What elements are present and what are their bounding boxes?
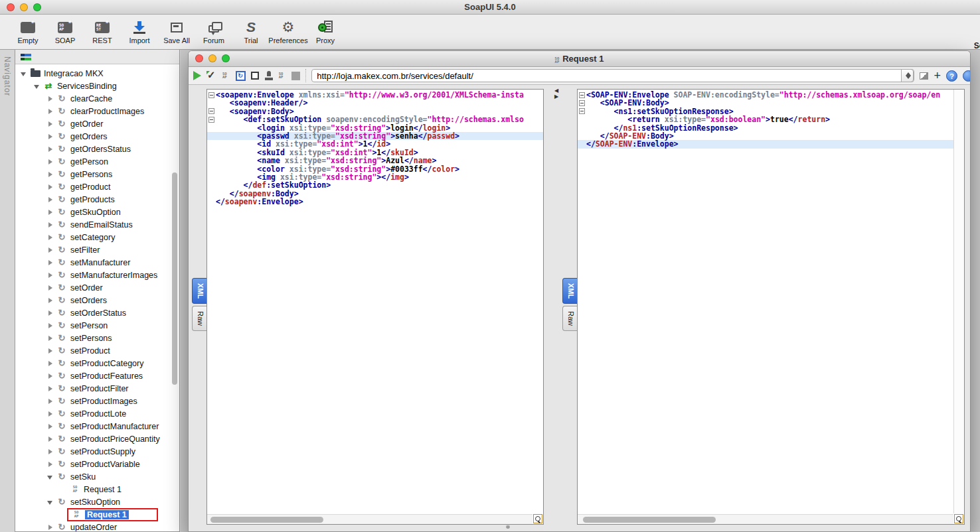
expand-arrow-icon[interactable]	[47, 448, 54, 455]
expand-arrow-icon[interactable]	[47, 159, 54, 165]
toolbar-item-soap[interactable]: SOAPSOAP	[46, 19, 84, 44]
soap-raw-button[interactable]: SOAP	[279, 72, 284, 80]
placeholder-button[interactable]	[291, 72, 300, 80]
response-xml-editor[interactable]: <SOAP-ENV:Envelope SOAP-ENV:encodingStyl…	[577, 89, 965, 525]
add-to-testcase-button[interactable]	[206, 71, 217, 80]
expand-arrow-icon[interactable]	[47, 373, 54, 379]
expand-arrow-icon[interactable]	[47, 108, 54, 115]
expand-arrow-icon[interactable]	[47, 297, 54, 304]
tree-item-setproduct[interactable]: ↻setProduct	[15, 344, 179, 357]
tree-item-updateorder[interactable]: ↻updateOrder	[15, 521, 179, 531]
toolbar-item-save-all[interactable]: Save All	[158, 19, 195, 44]
expand-arrow-icon[interactable]	[47, 310, 54, 316]
soap-document-button[interactable]: SOAP	[222, 72, 227, 80]
expand-arrow-icon[interactable]	[47, 360, 54, 367]
tree-item-setmanufacturer[interactable]: ↻setManufacturer	[15, 256, 179, 269]
fold-gutter[interactable]	[578, 108, 586, 114]
tree-item-setpersons[interactable]: ↻setPersons	[15, 332, 179, 344]
expand-arrow-icon[interactable]	[47, 322, 54, 329]
tree-item-setfilter[interactable]: ↻setFilter	[15, 243, 179, 256]
tree-item-getproducts[interactable]: ↻getProducts	[15, 193, 179, 206]
ws-stamp-button[interactable]	[264, 71, 274, 80]
tree-item-clearproductimages[interactable]: ↻clearProductImages	[15, 105, 179, 117]
toolbar-item-forum[interactable]: Forum	[195, 19, 232, 44]
tree-item-request-1[interactable]: SOAPRequest 1	[15, 483, 179, 496]
fold-collapse-icon[interactable]	[208, 92, 214, 98]
magnifier-icon[interactable]	[533, 514, 542, 523]
tree-item-sendemailstatus[interactable]: ↻sendEmailStatus	[15, 218, 179, 231]
fold-collapse-icon[interactable]	[579, 92, 585, 98]
expand-arrow-icon[interactable]	[47, 171, 54, 178]
tree-item-getorder[interactable]: ↻getOrder	[15, 117, 179, 130]
tab-xml-request[interactable]: XML	[192, 278, 206, 304]
expand-arrow-icon[interactable]	[47, 348, 54, 354]
expand-arrow-icon[interactable]	[47, 398, 54, 405]
expand-arrow-icon[interactable]	[47, 133, 54, 140]
cancel-request-button[interactable]	[251, 72, 259, 80]
recreate-request-button[interactable]: ↻	[236, 71, 246, 81]
expand-arrow-icon[interactable]	[47, 247, 54, 253]
expand-arrow-icon[interactable]	[21, 70, 27, 77]
fold-gutter[interactable]	[578, 92, 586, 98]
tree-item-setorderstatus[interactable]: ↻setOrderStatus	[15, 306, 179, 319]
tree-item-setproductvariable[interactable]: ↻setProductVariable	[15, 458, 179, 470]
expand-arrow-icon[interactable]	[47, 234, 54, 241]
tree-item-setperson[interactable]: ↻setPerson	[15, 319, 179, 332]
expand-arrow-icon[interactable]	[34, 83, 41, 90]
submit-request-button[interactable]	[193, 71, 201, 80]
expand-arrow-icon[interactable]	[47, 96, 54, 102]
expand-arrow-icon[interactable]	[47, 184, 54, 190]
help-button[interactable]: ?	[946, 70, 957, 82]
tree-item-setproductfeatures[interactable]: ↻setProductFeatures	[15, 369, 179, 382]
expand-arrow-icon[interactable]	[47, 461, 54, 468]
tree-item-setorders[interactable]: ↻setOrders	[15, 294, 179, 306]
fold-gutter[interactable]	[207, 117, 216, 123]
expand-arrow-icon[interactable]	[47, 259, 54, 266]
tree-item-getordersstatus[interactable]: ↻getOrdersStatus	[15, 143, 179, 155]
expand-arrow-icon[interactable]	[47, 499, 54, 505]
expand-arrow-icon[interactable]	[47, 222, 54, 228]
tab-xml-response[interactable]: XML	[562, 278, 577, 304]
toolbar-item-trial[interactable]: STrial	[232, 19, 270, 44]
tree-item-setcategory[interactable]: ↻setCategory	[15, 231, 179, 243]
tree-item-getproduct[interactable]: ↻getProduct	[15, 180, 179, 193]
expand-arrow-icon[interactable]	[47, 285, 54, 291]
fold-collapse-icon[interactable]	[579, 108, 585, 114]
tree-item-setsku[interactable]: ↻setSku	[15, 470, 179, 483]
tree-item-getskuoption[interactable]: ↻getSkuOption	[15, 206, 179, 218]
endpoint-stepper[interactable]	[901, 69, 914, 82]
expand-arrow-icon[interactable]	[47, 335, 54, 342]
expand-arrow-icon[interactable]	[47, 474, 54, 480]
tree-item-setproductfilter[interactable]: ↻setProductFilter	[15, 382, 179, 395]
expand-arrow-icon[interactable]	[47, 423, 54, 430]
tree-item-setmanufacturerimages[interactable]: ↻setManufacturerImages	[15, 269, 179, 281]
response-vscrollbar[interactable]	[953, 90, 964, 513]
tree-item-setproductpricequantity[interactable]: ↻setProductPriceQuantity	[15, 432, 179, 445]
navigator-label[interactable]: Navigator	[3, 56, 12, 96]
toolbar-item-rest[interactable]: RESTREST	[84, 19, 121, 44]
response-hscrollbar[interactable]	[578, 514, 953, 524]
expand-arrow-icon[interactable]	[47, 121, 54, 127]
tree-item-setproductcategory[interactable]: ↻setProductCategory	[15, 357, 179, 369]
expand-arrow-icon[interactable]	[47, 146, 54, 153]
request-hscrollbar[interactable]	[207, 514, 532, 524]
response-hscroll-thumb[interactable]	[583, 517, 716, 523]
endpoint-url-field[interactable]: http://loja.makex.com.br/services/defaul…	[311, 69, 914, 82]
tree-scrollbar-thumb[interactable]	[172, 172, 177, 385]
fold-gutter[interactable]	[207, 108, 216, 114]
tree-item-getperson[interactable]: ↻getPerson	[15, 155, 179, 168]
tree-item-setskuoption[interactable]: ↻setSkuOption	[15, 496, 179, 508]
fold-collapse-icon[interactable]	[579, 100, 585, 106]
add-endpoint-button[interactable]: +	[934, 71, 941, 80]
tree-item-request-1[interactable]: SOAPRequest 1	[15, 508, 179, 521]
tree-item-setproductsupply[interactable]: ↻setProductSupply	[15, 445, 179, 458]
expand-arrow-icon[interactable]	[47, 385, 54, 392]
toolbar-item-preferences[interactable]: ⚙Preferences	[270, 19, 307, 44]
request-hscroll-thumb[interactable]	[210, 517, 323, 523]
request-xml-code[interactable]: <soapenv:Envelope xmlns:xsi="http://www.…	[207, 91, 543, 513]
request-xml-editor[interactable]: <soapenv:Envelope xmlns:xsi="http://www.…	[206, 89, 544, 525]
fold-gutter[interactable]	[578, 100, 586, 106]
fold-collapse-icon[interactable]	[208, 108, 214, 114]
tree-item-getorders[interactable]: ↻getOrders	[15, 130, 179, 143]
tree-item-integracao-mkx[interactable]: Integracao MKX	[15, 67, 179, 80]
